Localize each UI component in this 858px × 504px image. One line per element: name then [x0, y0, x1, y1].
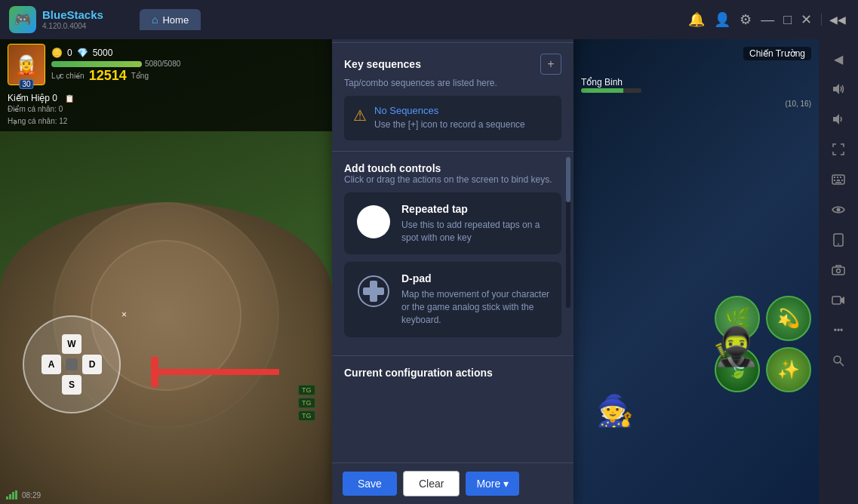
skill-btn-4[interactable]: ✨ [766, 347, 811, 392]
currency-row: 🪙 0 💎 5000 [51, 48, 324, 58]
app-name: BlueStacks [42, 9, 103, 22]
sidebar-eye-icon[interactable] [825, 196, 852, 223]
dpad-svg-icon [357, 275, 390, 308]
svg-rect-16 [841, 180, 843, 181]
chevron-down-icon: ▾ [503, 478, 509, 490]
sidebar-more-dots-icon[interactable]: ••• [825, 317, 852, 344]
touch-controls-desc: Click or drag the actions on the screen … [344, 174, 561, 185]
svg-marker-9 [833, 114, 839, 124]
repeated-tap-content: Repeated tap Use this to add repeated ta… [401, 203, 551, 244]
game-right-area: Chiến Trường Tổng Binh (10, 16) 🥷 🌿 💫 🍃 … [574, 39, 819, 504]
gem-value: 5000 [93, 48, 113, 58]
right-sidebar: ◀ [819, 39, 858, 504]
hp-row: 5080/5080 [51, 60, 324, 68]
player-avatar: 🧝 30 [8, 44, 45, 89]
sidebar-fullscreen-icon[interactable] [825, 136, 852, 163]
close-window-icon[interactable]: ✕ [801, 11, 812, 28]
more-button[interactable]: More ▾ [466, 472, 519, 496]
player-level: 30 [19, 79, 33, 89]
key-sequences-desc: Tap/combo sequences are listed here. [344, 78, 561, 88]
game-stats-row: 🧝 30 🪙 0 💎 5000 5080/5080 Lực chiến 1251… [8, 44, 324, 89]
current-config-section: Current configuration actions [332, 356, 574, 385]
bell-icon[interactable]: 🔔 [688, 11, 705, 28]
clear-button[interactable]: Clear [403, 471, 460, 496]
repeated-tap-icon [355, 203, 392, 241]
header-tabs: ⌂ Home [140, 9, 676, 30]
sidebar-camera-icon[interactable] [825, 257, 852, 284]
tap-circle-icon [357, 205, 390, 238]
maximize-icon[interactable]: □ [783, 12, 792, 28]
sidebar-volume-up-icon[interactable] [825, 75, 852, 103]
svg-rect-21 [832, 267, 844, 275]
touch-controls-section: Add touch controls Click or drag the act… [332, 152, 574, 356]
tg-badge-2: TG [298, 398, 315, 408]
tg-badge-1: TG [298, 385, 315, 395]
dpad-card[interactable]: D-pad Map the movement of your character… [344, 262, 561, 337]
coin-value: 0 [67, 48, 72, 58]
journal-icon[interactable]: 📋 [65, 94, 74, 103]
repeated-tap-card[interactable]: Repeated tap Use this to add repeated ta… [344, 192, 561, 255]
sidebar-volume-down-icon[interactable] [825, 106, 852, 133]
player-stats: 🪙 0 💎 5000 5080/5080 Lực chiến 12514 Tổn… [51, 48, 324, 85]
collapse-icon[interactable]: ◀◀ [821, 14, 846, 26]
signal-icon [6, 490, 17, 499]
sidebar-phone-icon[interactable] [825, 226, 852, 254]
add-sequence-button[interactable]: + [540, 54, 561, 75]
no-seq-desc: Use the [+] icon to record a sequence [374, 118, 525, 131]
sidebar-arrow-left-icon[interactable]: ◀ [825, 45, 852, 72]
header-controls: 🔔 👤 ⚙ — □ ✕ ◀◀ [676, 11, 858, 28]
repeated-tap-title: Repeated tap [401, 203, 551, 215]
dpad-close-icon[interactable]: × [121, 309, 127, 320]
dpad-d-key[interactable]: D [82, 355, 102, 374]
panel-footer: Save Clear More ▾ [332, 463, 574, 504]
svg-rect-13 [840, 177, 841, 178]
dpad-keys: W A D S [42, 334, 102, 395]
current-config-title: Current configuration actions [344, 367, 561, 379]
dpad-card-icon [355, 272, 392, 310]
svg-rect-23 [832, 297, 841, 304]
no-seq-content: No Sequences Use the [+] icon to record … [374, 105, 525, 131]
svg-point-25 [834, 356, 841, 363]
dpad-s-key[interactable]: S [62, 375, 81, 395]
settings-icon[interactable]: ⚙ [740, 11, 752, 28]
svg-rect-11 [834, 177, 835, 178]
luc-chien-label: Lực chiến [51, 72, 85, 80]
player-name-row: Kiếm Hiệp 0 📋 [8, 91, 324, 103]
sidebar-search-icon[interactable] [825, 347, 852, 374]
scroll-track [566, 157, 570, 308]
personal-stats: Điểm cá nhân: 0 [8, 105, 324, 113]
advanced-controls-panel: Advanced game controls ✕ Key sequences +… [332, 6, 574, 504]
sidebar-keyboard-icon[interactable] [825, 166, 852, 193]
dpad-a-key[interactable]: A [42, 355, 61, 374]
tab-home[interactable]: ⌂ Home [140, 9, 201, 30]
svg-point-7 [370, 287, 377, 295]
hang-ca-nhan-row: Hạng cá nhân: 12 [8, 113, 324, 127]
no-seq-title: No Sequences [374, 105, 525, 116]
red-arrow [151, 357, 287, 387]
tong-binh-hp-fill [581, 88, 623, 93]
hp-text: 5080/5080 [145, 60, 180, 68]
hp-bar [51, 61, 142, 67]
user-profile-icon[interactable]: 👤 [714, 11, 730, 28]
game-character: 🥷 [712, 324, 758, 368]
tg-badge-3: TG [298, 410, 315, 421]
logo-text: BlueStacks 4.120.0.4004 [42, 9, 103, 30]
svg-rect-17 [835, 182, 841, 183]
tong-label: Tổng [131, 72, 149, 80]
more-label: More [476, 478, 500, 490]
dpad-w-key[interactable]: W [62, 334, 81, 354]
sidebar-record-icon[interactable] [825, 287, 852, 314]
save-button[interactable]: Save [343, 472, 397, 496]
key-sequences-section: Key sequences + Tap/combo sequences are … [332, 43, 574, 152]
svg-rect-14 [834, 180, 835, 181]
power-value: 12514 [89, 68, 127, 84]
panel-body[interactable]: Key sequences + Tap/combo sequences are … [332, 43, 574, 463]
home-icon: ⌂ [152, 14, 158, 26]
dpad-card-desc: Map the movement of your character or th… [401, 288, 551, 326]
dpad-circle: × W A D S [23, 315, 121, 413]
time-display: 08:29 [22, 491, 41, 499]
skill-btn-2[interactable]: 💫 [766, 296, 811, 341]
minimize-icon[interactable]: — [761, 12, 774, 28]
dpad-card-content: D-pad Map the movement of your character… [401, 272, 551, 326]
repeated-tap-desc: Use this to add repeated taps on a spot … [401, 219, 551, 244]
